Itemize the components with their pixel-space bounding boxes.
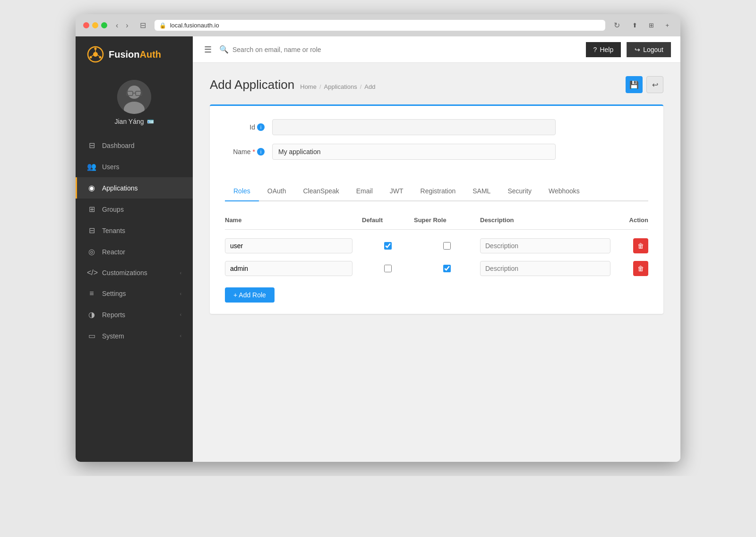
avatar (117, 80, 151, 114)
users-icon: 👥 (87, 162, 96, 171)
id-info-icon[interactable]: i (257, 123, 265, 131)
tab-jwt[interactable]: JWT (381, 182, 412, 201)
system-icon: ▭ (87, 331, 96, 340)
save-button[interactable]: 💾 (626, 76, 643, 93)
name-input[interactable] (272, 144, 556, 160)
sidebar-item-reactor[interactable]: ◎ Reactor (76, 241, 193, 262)
reader-mode-button[interactable]: ⊟ (137, 20, 149, 31)
sidebar-item-tenants[interactable]: ⊟ Tenants (76, 220, 193, 241)
role-name-input[interactable] (225, 261, 352, 276)
logout-button[interactable]: ↪ Logout (627, 42, 671, 57)
sidebar-item-label: Reactor (102, 248, 125, 256)
page-title: Add Application (210, 78, 294, 92)
avatar-image (117, 80, 151, 114)
sidebar-item-reports[interactable]: ◑ Reports ‹ (76, 304, 193, 325)
sidebar-navigation: ⊟ Dashboard 👥 Users ◉ Applications ⊞ Gro… (76, 135, 193, 462)
breadcrumb-applications[interactable]: Applications (324, 83, 357, 90)
role-name-input[interactable] (225, 238, 352, 253)
svg-point-1 (93, 52, 98, 57)
sidebar-item-system[interactable]: ▭ System ‹ (76, 325, 193, 346)
maximize-dot[interactable] (101, 22, 107, 28)
role-action-cell: 🗑 (610, 238, 648, 253)
add-role-button[interactable]: + Add Role (225, 287, 275, 303)
sidebar-item-dashboard[interactable]: ⊟ Dashboard (76, 135, 193, 156)
search-input[interactable] (232, 46, 580, 53)
help-button[interactable]: ? Help (586, 42, 621, 57)
reactor-icon: ◎ (87, 247, 96, 256)
sidebar-item-label: Customizations (102, 269, 147, 277)
new-tab-button[interactable]: ⊞ (645, 20, 658, 31)
name-label: Name * i (225, 148, 272, 156)
back-nav-button[interactable]: ‹ (113, 20, 121, 31)
id-input[interactable] (272, 119, 556, 135)
sidebar-item-customizations[interactable]: </> Customizations ‹ (76, 262, 193, 283)
customizations-icon: </> (87, 268, 96, 277)
sidebar-item-settings[interactable]: ≡ Settings ‹ (76, 283, 193, 304)
role-default-checkbox-cell (362, 242, 414, 250)
svg-point-2 (94, 48, 97, 50)
role-super-checkbox[interactable] (443, 242, 451, 250)
address-bar[interactable]: 🔒 local.fusionauth.io (155, 20, 606, 31)
browser-nav: ‹ › (113, 20, 131, 31)
sidebar-item-applications[interactable]: ◉ Applications (76, 177, 193, 199)
user-name-text: Jian Yáng (114, 118, 144, 125)
save-icon: 💾 (629, 80, 639, 89)
tab-oauth[interactable]: OAuth (259, 182, 295, 201)
add-application-form: Id i Name * i (210, 104, 663, 314)
chevron-right-icon: ‹ (180, 270, 181, 276)
user-profile-section: Jian Yáng 🪪 (76, 72, 193, 135)
role-description-input[interactable] (480, 238, 610, 253)
role-description-input[interactable] (480, 261, 610, 276)
user-card-icon: 🪪 (147, 118, 154, 125)
tab-roles[interactable]: Roles (225, 182, 259, 201)
window-controls (83, 22, 107, 28)
tab-registration[interactable]: Registration (412, 182, 464, 201)
page-content: Add Application Home / Applications / Ad… (193, 63, 680, 462)
add-button[interactable]: + (662, 20, 673, 31)
name-field-row: Name * i (225, 144, 648, 160)
sidebar-item-label: Groups (102, 206, 124, 213)
roles-section: Name Default Super Role Description Acti… (210, 201, 663, 314)
table-row: 🗑 (225, 257, 648, 280)
tab-webhooks[interactable]: Webhooks (540, 182, 588, 201)
role-default-checkbox-cell (362, 265, 414, 272)
sidebar-item-groups[interactable]: ⊞ Groups (76, 199, 193, 220)
menu-toggle-button[interactable]: ☰ (202, 43, 214, 57)
delete-role-button[interactable]: 🗑 (633, 261, 648, 276)
tab-cleanspeak[interactable]: CleanSpeak (295, 182, 348, 201)
back-button[interactable]: ↩ (646, 76, 663, 93)
share-button[interactable]: ⬆ (628, 20, 641, 31)
trash-icon: 🗑 (637, 242, 644, 250)
role-super-checkbox-cell (414, 242, 480, 250)
logo-text: FusionAuth (109, 49, 161, 60)
tab-saml[interactable]: SAML (464, 182, 499, 201)
forward-nav-button[interactable]: › (123, 20, 131, 31)
refresh-button[interactable]: ↻ (611, 20, 623, 31)
sidebar-item-users[interactable]: 👥 Users (76, 156, 193, 177)
logout-icon: ↪ (635, 46, 640, 53)
tenants-icon: ⊟ (87, 226, 96, 235)
col-header-action: Action (610, 217, 648, 224)
tabs: Roles OAuth CleanSpeak Email (225, 182, 648, 201)
table-row: 🗑 (225, 234, 648, 257)
sidebar: FusionAuth Jian (76, 36, 193, 462)
minimize-dot[interactable] (92, 22, 98, 28)
tab-email[interactable]: Email (348, 182, 381, 201)
role-default-checkbox[interactable] (384, 242, 392, 250)
col-header-default: Default (362, 217, 414, 224)
breadcrumb-home[interactable]: Home (300, 83, 317, 90)
close-dot[interactable] (83, 22, 89, 28)
delete-role-button[interactable]: 🗑 (633, 238, 648, 253)
browser-action-buttons: ⬆ ⊞ + (628, 20, 673, 31)
page-title-area: Add Application Home / Applications / Ad… (210, 78, 375, 92)
role-action-cell: 🗑 (610, 261, 648, 276)
role-super-checkbox[interactable] (443, 265, 451, 272)
sidebar-item-label: Tenants (102, 227, 125, 234)
tab-security[interactable]: Security (499, 182, 540, 201)
role-default-checkbox[interactable] (384, 265, 392, 272)
name-info-icon[interactable]: i (257, 148, 265, 156)
chevron-right-icon: ‹ (180, 333, 181, 338)
fusion-auth-logo-icon (87, 46, 104, 63)
top-header: ☰ 🔍 ? Help ↪ Logout (193, 36, 680, 63)
search-icon: 🔍 (219, 45, 229, 54)
